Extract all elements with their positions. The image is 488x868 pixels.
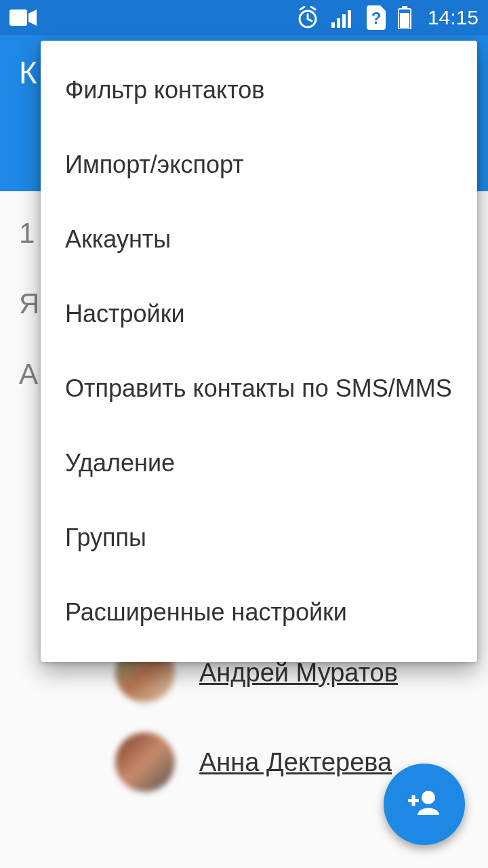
menu-item-groups[interactable]: Группы bbox=[41, 500, 477, 575]
contact-name: Анна Дектерева bbox=[199, 748, 392, 777]
battery-icon bbox=[398, 6, 411, 29]
svg-point-11 bbox=[422, 791, 435, 804]
video-icon bbox=[9, 8, 37, 27]
menu-item-accounts[interactable]: Аккаунты bbox=[41, 202, 477, 277]
svg-rect-5 bbox=[348, 10, 351, 28]
status-time: 14:15 bbox=[428, 6, 479, 29]
svg-rect-4 bbox=[342, 14, 346, 28]
sim-question-icon: ? bbox=[367, 5, 386, 30]
status-bar: ? 14:15 bbox=[0, 0, 488, 35]
menu-item-send-sms-mms[interactable]: Отправить контакты по SMS/MMS bbox=[41, 351, 477, 426]
avatar bbox=[115, 732, 175, 792]
svg-rect-0 bbox=[9, 9, 27, 26]
svg-rect-3 bbox=[337, 18, 340, 28]
overflow-menu: Фильтр контактов Импорт/экспорт Аккаунты… bbox=[41, 41, 477, 662]
svg-text:?: ? bbox=[371, 9, 382, 27]
add-person-icon bbox=[405, 784, 443, 825]
svg-rect-13 bbox=[412, 795, 415, 806]
svg-rect-9 bbox=[400, 13, 409, 28]
menu-item-settings[interactable]: Настройки bbox=[41, 277, 477, 351]
menu-item-delete[interactable]: Удаление bbox=[41, 426, 477, 500]
add-contact-fab[interactable] bbox=[384, 764, 465, 845]
app-title: К bbox=[19, 54, 37, 91]
alarm-icon bbox=[296, 6, 319, 29]
contact-name: Андрей Муратов bbox=[199, 658, 398, 688]
menu-item-import-export[interactable]: Импорт/экспорт bbox=[41, 127, 477, 202]
signal-icon bbox=[331, 7, 354, 28]
svg-rect-2 bbox=[331, 22, 335, 28]
menu-item-advanced-settings[interactable]: Расширенные настройки bbox=[41, 575, 477, 650]
menu-item-filter-contacts[interactable]: Фильтр контактов bbox=[41, 53, 477, 127]
